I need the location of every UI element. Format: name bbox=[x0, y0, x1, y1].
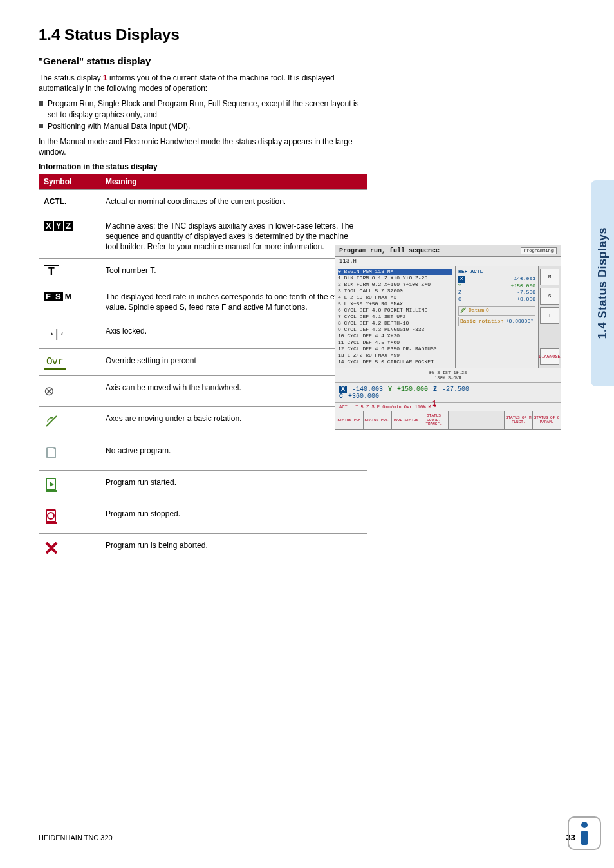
program-run-started-icon bbox=[44, 477, 59, 493]
ss-mid-status: 0% S-IST 10:28 130% S-OVR bbox=[335, 368, 561, 382]
ss-title-bar: Program run, full sequence Programming bbox=[335, 245, 561, 257]
bullet-item: Positioning with Manual Data Input (MDI)… bbox=[39, 121, 367, 131]
side-tab: 1.4 Status Displays bbox=[591, 180, 614, 386]
ss-sidebar-btn[interactable]: M bbox=[540, 269, 559, 285]
ss-program-line: 14 CYCL DEF 5.0 CIRCULAR POCKET bbox=[338, 359, 434, 364]
status-table: Symbol Meaning ACTL. Actual or nominal c… bbox=[39, 174, 367, 565]
table-row: XYZ Machine axes; the TNC displays auxil… bbox=[39, 214, 367, 259]
meaning-cell: Program run stopped. bbox=[100, 502, 367, 533]
symbol-xyz: XYZ bbox=[44, 222, 73, 231]
svg-rect-4 bbox=[46, 490, 57, 492]
no-program-icon bbox=[44, 446, 59, 461]
ss-coords: X-140.003 Y+150.000 Z-27.500 C+360.000 bbox=[335, 382, 561, 402]
axis-locked-icon: →|← bbox=[44, 327, 70, 340]
softkey[interactable] bbox=[449, 411, 477, 429]
info-icon bbox=[568, 816, 601, 850]
ss-ref-c: +0.000 bbox=[517, 296, 535, 303]
symbol-actl: ACTL. bbox=[44, 197, 66, 206]
ss-program-line: 6 CYCL DEF 4.0 POCKET MILLING bbox=[338, 307, 427, 313]
ss-status-line-text: ACTL. T 5 Z S F 0mm/min Ovr 110% M 5 bbox=[339, 404, 436, 410]
softkey[interactable]: STATUS POS. bbox=[364, 411, 392, 429]
svg-rect-7 bbox=[46, 522, 57, 524]
basic-rotation-icon bbox=[44, 413, 59, 429]
table-row: Axes are moving under a basic rotation. bbox=[39, 407, 367, 439]
ss-mid-line: 130% S-OVR bbox=[434, 375, 461, 381]
table-row: Program run started. bbox=[39, 470, 367, 502]
ss-program-line: 4 L Z+10 R0 FMAX M3 bbox=[338, 294, 396, 300]
info-heading: Information in the status display bbox=[39, 162, 575, 171]
intro-pre: The status display bbox=[39, 73, 103, 82]
ss-status-line: 1 ACTL. T 5 Z S F 0mm/min Ovr 110% M 5 bbox=[335, 402, 561, 411]
softkey[interactable]: STATUS COORD. TRANSF. bbox=[420, 411, 449, 429]
program-run-stopped-icon bbox=[44, 509, 59, 524]
footer-left: HEIDENHAIN TNC 320 bbox=[39, 834, 113, 842]
softkey[interactable] bbox=[476, 411, 505, 429]
table-row: FSM The displayed feed rate in inches co… bbox=[39, 285, 367, 319]
ss-sidebar-btn[interactable]: S bbox=[540, 288, 559, 305]
symbol-ovr: Ovr bbox=[44, 356, 66, 370]
ss-program-line: 9 CYCL DEF 4.3 PLNGNG10 F333 bbox=[338, 326, 424, 332]
th-meaning: Meaning bbox=[100, 174, 367, 190]
ss-ref-title: REF ACTL bbox=[458, 269, 535, 276]
table-row: →|← Axis locked. bbox=[39, 319, 367, 348]
meaning-cell: Machine axes; the TNC displays auxiliary… bbox=[100, 214, 367, 259]
ss-program-line: 12 CYCL DEF 4.6 F350 DR- RADIUS0 bbox=[338, 346, 437, 352]
softkey[interactable]: STATUS OF Q PARAM. bbox=[533, 411, 561, 429]
table-row: Program run is being aborted. bbox=[39, 534, 367, 565]
ss-title-right: Programming bbox=[521, 247, 557, 254]
svg-marker-5 bbox=[50, 482, 54, 487]
ss-program-line: 5 L X+50 Y+50 R0 FMAX bbox=[338, 301, 403, 307]
svg-rect-1 bbox=[47, 448, 55, 458]
meaning-cell: Axis can be moved with the handwheel. bbox=[100, 376, 367, 407]
ss-program-line: 13 L Z+2 R0 FMAX M99 bbox=[338, 352, 400, 358]
ss-ref-panel: REF ACTL X-140.003 Y+150.000 Z-7.500 C+0… bbox=[455, 266, 538, 368]
ss-sidebar-btn-diagnose[interactable]: DIAGNOSE bbox=[540, 348, 559, 365]
ss-sidebar: M S T DIAGNOSE bbox=[538, 266, 561, 368]
ss-program-line: 10 CYCL DEF 4.4 X+20 bbox=[338, 333, 400, 339]
softkey[interactable]: TOOL STATUS bbox=[392, 411, 420, 429]
softkey[interactable]: STATUS OF M FUNCT. bbox=[505, 411, 533, 429]
table-row: ⊗ Axis can be moved with the handwheel. bbox=[39, 376, 367, 407]
ss-file: 113.H bbox=[335, 257, 561, 266]
page-footer: HEIDENHAIN TNC 320 33 bbox=[39, 833, 575, 842]
meaning-cell: The displayed feed rate in inches corres… bbox=[100, 285, 367, 319]
meaning-cell: Axes are moving under a basic rotation. bbox=[100, 407, 367, 439]
ss-title: Program run, full sequence bbox=[339, 247, 440, 254]
intro-ref: 1 bbox=[103, 73, 107, 82]
program-run-aborted-icon bbox=[44, 540, 59, 556]
table-row: Program run stopped. bbox=[39, 502, 367, 533]
ss-coord-z: -27.500 bbox=[442, 386, 469, 393]
meaning-cell: Axis locked. bbox=[100, 319, 367, 348]
symbol-fsm: FSM bbox=[44, 292, 71, 301]
ss-sidebar-btn[interactable]: T bbox=[540, 307, 559, 324]
ss-ref-z: -7.500 bbox=[517, 289, 535, 296]
bullet-item: Program Run, Single Block and Program Ru… bbox=[39, 99, 367, 119]
intro-paragraph: The status display 1 informs you of the … bbox=[39, 73, 367, 93]
ss-program-line: 8 CYCL DEF 4.2 DEPTH-10 bbox=[338, 320, 409, 326]
table-row: T Tool number T. bbox=[39, 259, 367, 285]
symbol-t: T bbox=[44, 265, 59, 278]
meaning-cell: Tool number T. bbox=[100, 259, 367, 285]
table-row: Ovr Override setting in percent bbox=[39, 348, 367, 376]
section-title: 1.4 Status Displays bbox=[39, 26, 575, 44]
meaning-cell: Program run is being aborted. bbox=[100, 534, 367, 565]
ss-coord-x: -140.003 bbox=[352, 386, 383, 393]
datum-icon bbox=[460, 307, 467, 314]
ss-coord-y: +150.000 bbox=[397, 386, 428, 393]
tnc-screenshot: Program run, full sequence Programming 1… bbox=[335, 245, 561, 430]
meaning-cell: No active program. bbox=[100, 439, 367, 470]
ss-datum-value: 0 bbox=[486, 307, 489, 314]
ss-rotation-value: +0.00000° bbox=[506, 318, 534, 325]
softkey[interactable]: STATUS PGM bbox=[335, 411, 364, 429]
ss-mid-line: 0% S-IST 10:28 bbox=[429, 370, 467, 375]
bullet-list: Program Run, Single Block and Program Ru… bbox=[39, 99, 367, 131]
ss-coord-c: +360.000 bbox=[348, 393, 379, 400]
ss-softkeys: STATUS PGM STATUS POS. TOOL STATUS STATU… bbox=[335, 411, 561, 429]
svg-point-8 bbox=[48, 513, 54, 519]
ss-program-listing: 0 BEGIN PGM 113 MM 1 BLK FORM 0.1 Z X+0 … bbox=[335, 266, 455, 368]
meaning-cell: Program run started. bbox=[100, 470, 367, 502]
ss-program-line: 3 TOOL CALL 5 Z S2000 bbox=[338, 288, 403, 294]
ss-program-line-highlight: 0 BEGIN PGM 113 MM bbox=[338, 269, 452, 275]
ss-program-line: 7 CYCL DEF 4.1 SET UP2 bbox=[338, 314, 406, 319]
ss-program-line: 11 CYCL DEF 4.5 Y+60 bbox=[338, 339, 400, 345]
